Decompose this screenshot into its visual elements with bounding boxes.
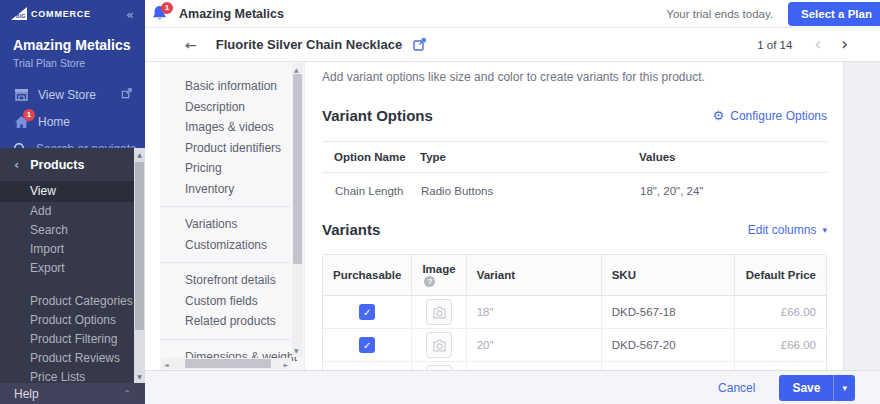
variant-sku-cell[interactable]: DKD-567-18 xyxy=(601,296,734,329)
scroll-up-icon[interactable]: ▲ xyxy=(134,151,145,158)
divider xyxy=(160,339,290,340)
variations-section: Add variant options like size and color … xyxy=(305,62,843,370)
variant-sku-cell[interactable]: DKD-567-20 xyxy=(601,329,734,362)
column-header-variant: Variant xyxy=(466,255,601,296)
variant-price-cell[interactable]: £66.00 xyxy=(734,362,826,370)
variants-table: Purchasable Image? Variant SKU Default P… xyxy=(322,254,827,370)
save-footer: Cancel Save ▾ xyxy=(145,370,880,404)
previous-product-icon[interactable]: ‹ xyxy=(808,36,827,53)
variant-price-cell[interactable]: £66.00 xyxy=(734,329,826,362)
configure-options-link[interactable]: ⚙ Configure Options xyxy=(713,109,827,123)
image-help-icon[interactable]: ? xyxy=(424,276,435,287)
sidebar-item-product-categories[interactable]: Product Categories xyxy=(0,292,145,311)
save-options-caret[interactable]: ▾ xyxy=(833,375,855,401)
nav-item-description[interactable]: Description xyxy=(185,97,304,118)
nav-item-customizations[interactable]: Customizations xyxy=(185,235,304,256)
home-label: Home xyxy=(38,115,70,129)
cancel-button[interactable]: Cancel xyxy=(718,381,755,395)
sidebar-scrollbar[interactable]: ▲ ▼ xyxy=(134,148,145,383)
save-split-button[interactable]: Save ▾ xyxy=(779,375,855,401)
purchasable-checkbox[interactable]: ✓ xyxy=(359,337,375,353)
subnav-horizontal-scrollbar[interactable]: ◄ ► xyxy=(161,358,291,369)
nav-item-product-identifiers[interactable]: Product identifiers xyxy=(185,138,304,159)
sidebar-item-products-add[interactable]: Add xyxy=(0,202,145,221)
edit-columns-dropdown[interactable]: Edit columns ▾ xyxy=(748,223,827,237)
column-header-purchasable: Purchasable xyxy=(323,255,411,296)
subnav-vscroll-thumb[interactable] xyxy=(293,74,302,264)
store-plan: Trial Plan Store xyxy=(13,57,132,69)
help-bar[interactable]: Help ⌃ xyxy=(0,383,145,404)
nav-item-variations[interactable]: Variations xyxy=(185,214,304,235)
nav-item-storefront-details[interactable]: Storefront details xyxy=(185,270,304,291)
chevron-up-icon: ⌃ xyxy=(123,389,131,399)
divider xyxy=(160,206,290,207)
variant-image-upload[interactable] xyxy=(426,332,452,358)
column-header-sku: SKU xyxy=(601,255,734,296)
pagination-label: 1 of 14 xyxy=(757,39,792,51)
trial-message: Your trial ends today. xyxy=(666,8,773,20)
divider xyxy=(160,262,290,263)
logo-row: BIG COMMERCE « xyxy=(0,0,145,28)
purchasable-checkbox[interactable]: ✓ xyxy=(359,304,375,320)
sidebar-scrollbar-thumb[interactable] xyxy=(135,162,144,330)
next-product-icon[interactable]: › xyxy=(835,36,854,53)
sidebar-item-products-export[interactable]: Export xyxy=(0,259,145,278)
sidebar-item-product-options[interactable]: Product Options xyxy=(0,311,145,330)
collapse-sidebar-icon[interactable]: « xyxy=(126,7,134,22)
caret-down-icon: ▾ xyxy=(822,225,827,235)
notifications-badge: 1 xyxy=(161,2,173,14)
column-header-image: Image? xyxy=(411,255,465,296)
scroll-right-icon[interactable]: ► xyxy=(283,361,288,368)
variant-row: ✓ 18" DKD-567-18 £66.00 xyxy=(323,296,826,329)
nav-item-related-products[interactable]: Related products xyxy=(185,311,304,332)
nav-item-custom-fields[interactable]: Custom fields xyxy=(185,291,304,312)
nav-item-inventory[interactable]: Inventory xyxy=(185,179,304,200)
column-header-values: Values xyxy=(627,142,827,173)
products-panel: ‹ Products View Add Search Import Export… xyxy=(0,148,145,383)
sidebar-item-product-filtering[interactable]: Product Filtering xyxy=(0,330,145,349)
configure-options-label: Configure Options xyxy=(730,109,827,123)
bigcommerce-admin: BIG COMMERCE « Amazing Metalics Trial Pl… xyxy=(0,0,880,404)
nav-item-basic-information[interactable]: Basic information xyxy=(185,76,304,97)
option-row-chain-length[interactable]: Chain Length Radio Buttons 18", 20", 24" xyxy=(322,173,827,210)
topbar-store-title: Amazing Metalics xyxy=(179,7,284,21)
sidebar: BIG COMMERCE « Amazing Metalics Trial Pl… xyxy=(0,0,145,404)
subnav-hscroll-thumb[interactable] xyxy=(185,359,271,368)
home-icon: 1 xyxy=(13,114,29,129)
sidebar-item-home[interactable]: 1 Home xyxy=(0,108,145,135)
variant-name-cell[interactable]: 18" xyxy=(466,296,601,329)
variant-row: ✓ 20" DKD-567-20 £66.00 xyxy=(323,329,826,362)
sidebar-item-products-view[interactable]: View xyxy=(0,181,145,202)
notifications-bell-icon[interactable]: 1 xyxy=(152,5,169,22)
back-arrow-icon[interactable]: ← xyxy=(185,37,197,53)
nav-item-images-videos[interactable]: Images & videos xyxy=(185,117,304,138)
sidebar-item-product-reviews[interactable]: Product Reviews xyxy=(0,349,145,368)
variant-sku-cell[interactable]: DKD-567-24 xyxy=(601,362,734,370)
camera-icon xyxy=(432,306,447,319)
column-header-option-name: Option Name xyxy=(322,142,408,173)
open-store-external-icon[interactable] xyxy=(121,88,132,102)
select-a-plan-button[interactable]: Select a Plan xyxy=(788,2,880,26)
nav-item-pricing[interactable]: Pricing xyxy=(185,158,304,179)
products-section-header[interactable]: ‹ Products xyxy=(0,148,145,181)
scroll-down-icon[interactable]: ▼ xyxy=(294,347,299,354)
caret-down-icon: ▾ xyxy=(842,383,847,393)
variant-name-cell[interactable]: 24" xyxy=(466,362,601,370)
gear-icon: ⚙ xyxy=(713,109,725,122)
subnav-vertical-scrollbar[interactable]: ▲ ▼ xyxy=(292,63,303,357)
view-store-label: View Store xyxy=(38,88,96,102)
sidebar-item-products-search[interactable]: Search xyxy=(0,221,145,240)
view-on-storefront-external-icon[interactable] xyxy=(413,38,426,51)
variant-image-upload[interactable] xyxy=(426,299,452,325)
scroll-down-icon[interactable]: ▼ xyxy=(134,373,145,380)
save-button[interactable]: Save xyxy=(779,375,833,401)
edit-columns-label: Edit columns xyxy=(748,223,817,237)
scroll-up-icon[interactable]: ▲ xyxy=(294,66,299,73)
scroll-left-icon[interactable]: ◄ xyxy=(164,361,169,368)
variant-price-cell[interactable]: £66.00 xyxy=(734,296,826,329)
sidebar-item-view-store[interactable]: View Store xyxy=(0,81,145,108)
sidebar-item-products-import[interactable]: Import xyxy=(0,240,145,259)
option-values-cell: 18", 20", 24" xyxy=(627,173,827,210)
variant-name-cell[interactable]: 20" xyxy=(466,329,601,362)
sidebar-item-price-lists[interactable]: Price Lists xyxy=(0,368,145,383)
